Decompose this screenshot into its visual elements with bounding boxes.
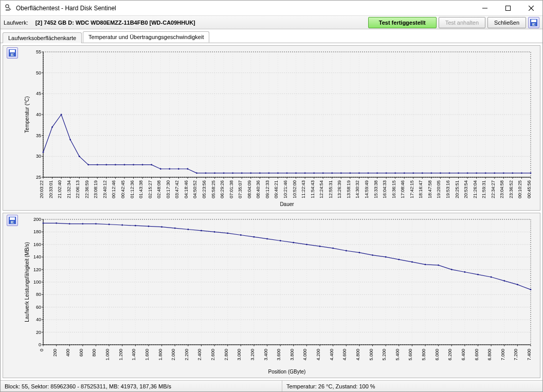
save-speed-chart-button[interactable] <box>7 215 18 226</box>
tab-temp-speed[interactable]: Temperatur und Übertragungsgeschwindigke… <box>83 31 209 43</box>
svg-point-416 <box>56 222 57 224</box>
svg-text:7.200: 7.200 <box>513 349 518 361</box>
svg-point-215 <box>142 164 143 165</box>
svg-text:2.000: 2.000 <box>171 349 176 361</box>
svg-text:5.600: 5.600 <box>408 349 413 361</box>
svg-point-424 <box>161 226 162 228</box>
svg-text:18:16:47: 18:16:47 <box>418 180 423 198</box>
svg-text:09:12:33: 09:12:33 <box>265 180 270 198</box>
svg-point-216 <box>151 164 152 165</box>
svg-point-253 <box>485 172 486 174</box>
svg-text:25: 25 <box>36 175 41 180</box>
svg-text:19:20:05: 19:20:05 <box>436 180 441 198</box>
svg-text:1.800: 1.800 <box>158 349 163 361</box>
svg-text:01:12:36: 01:12:36 <box>130 180 135 198</box>
svg-text:00:12:46: 00:12:46 <box>111 180 116 198</box>
content-area: 2530354045505520:03:2220:33:0121:02:4021… <box>1 43 542 380</box>
svg-text:20:03:22: 20:03:22 <box>39 180 44 198</box>
svg-text:16:04:33: 16:04:33 <box>382 180 387 198</box>
svg-point-446 <box>451 269 452 270</box>
svg-rect-12 <box>10 50 15 52</box>
svg-text:20:33:01: 20:33:01 <box>48 180 53 198</box>
svg-text:30: 30 <box>36 154 41 159</box>
svg-text:09:46:21: 09:46:21 <box>274 180 279 198</box>
svg-point-234 <box>313 172 315 174</box>
svg-text:13:26:39: 13:26:39 <box>337 180 342 198</box>
svg-text:11:22:43: 11:22:43 <box>301 180 306 198</box>
save-temp-chart-button[interactable] <box>7 47 18 59</box>
svg-point-212 <box>115 164 116 165</box>
svg-text:03:47:42: 03:47:42 <box>174 180 179 198</box>
svg-point-434 <box>293 242 294 244</box>
svg-text:21:02:40: 21:02:40 <box>57 180 62 198</box>
svg-text:140: 140 <box>33 254 41 259</box>
statusbar: Block: 55, Sektor: 85962360 - 87525311, … <box>1 380 542 391</box>
svg-text:3.600: 3.600 <box>276 349 281 361</box>
svg-point-425 <box>174 228 176 229</box>
status-block-info: Block: 55, Sektor: 85962360 - 87525311, … <box>5 383 171 389</box>
svg-text:120: 120 <box>33 267 41 272</box>
svg-text:6.400: 6.400 <box>461 349 466 361</box>
svg-text:5.400: 5.400 <box>395 349 400 361</box>
svg-rect-8 <box>531 20 536 22</box>
svg-point-207 <box>69 139 71 140</box>
svg-text:180: 180 <box>33 229 41 234</box>
svg-text:05:58:25: 05:58:25 <box>211 180 216 198</box>
svg-point-441 <box>385 256 387 258</box>
svg-text:50: 50 <box>36 70 41 76</box>
svg-text:35: 35 <box>36 133 41 138</box>
svg-text:01:43:38: 01:43:38 <box>138 180 143 198</box>
svg-text:00:42:45: 00:42:45 <box>120 180 125 198</box>
svg-text:14:30:32: 14:30:32 <box>355 180 360 198</box>
test-complete-button[interactable]: Test fertiggestellt <box>368 17 437 28</box>
svg-point-204 <box>43 152 44 153</box>
svg-text:0: 0 <box>39 342 41 347</box>
close-dialog-button[interactable]: Schließen <box>487 17 526 28</box>
svg-text:21:26:04: 21:26:04 <box>473 180 478 198</box>
tab-surface-map[interactable]: Laufwerksoberflächenkarte <box>3 32 82 43</box>
close-button[interactable] <box>519 1 542 15</box>
svg-text:Dauer: Dauer <box>280 201 294 207</box>
maximize-button[interactable] <box>496 1 519 15</box>
svg-text:1.000: 1.000 <box>105 349 110 361</box>
svg-text:21:59:31: 21:59:31 <box>481 180 486 198</box>
svg-text:05:23:56: 05:23:56 <box>202 180 207 198</box>
svg-text:0: 0 <box>39 349 44 351</box>
svg-point-450 <box>503 280 505 282</box>
svg-point-239 <box>358 172 360 174</box>
app-icon <box>5 4 13 13</box>
svg-point-224 <box>223 172 225 174</box>
svg-rect-14 <box>13 54 14 55</box>
svg-text:6.000: 6.000 <box>435 349 440 361</box>
stop-test-button[interactable]: Test anhalten <box>439 17 485 28</box>
toolbar: Laufwerk: [2] 7452 GB D: WDC WD80EMZZ-11… <box>1 16 542 29</box>
svg-point-426 <box>187 229 189 230</box>
svg-text:07:35:07: 07:35:07 <box>238 180 243 198</box>
drive-label: Laufwerk: <box>4 20 28 26</box>
svg-text:21:32:34: 21:32:34 <box>66 180 71 198</box>
svg-point-419 <box>95 223 97 225</box>
svg-point-208 <box>79 156 80 157</box>
save-toolbar-button[interactable] <box>528 17 539 28</box>
svg-point-243 <box>394 172 396 174</box>
svg-point-252 <box>476 172 477 174</box>
svg-rect-262 <box>10 217 15 220</box>
svg-text:40: 40 <box>36 317 41 322</box>
svg-point-233 <box>304 172 306 174</box>
svg-text:60: 60 <box>36 305 41 310</box>
svg-point-213 <box>124 164 125 165</box>
minimize-button[interactable] <box>473 1 496 15</box>
svg-point-445 <box>438 265 439 266</box>
svg-text:11:54:43: 11:54:43 <box>310 180 315 198</box>
svg-point-431 <box>254 236 255 238</box>
svg-point-242 <box>386 172 387 174</box>
drive-value: [2] 7452 GB D: WDC WD80EMZZ-11B4FB0 [WD-… <box>35 20 195 26</box>
svg-text:04:50:52: 04:50:52 <box>192 180 197 198</box>
svg-point-254 <box>494 172 495 174</box>
svg-text:08:04:09: 08:04:09 <box>247 180 252 198</box>
svg-text:3.200: 3.200 <box>250 349 255 361</box>
svg-point-439 <box>359 252 360 253</box>
svg-text:4.800: 4.800 <box>355 349 360 361</box>
svg-point-240 <box>368 172 369 174</box>
svg-text:Temperatur (°C): Temperatur (°C) <box>24 96 30 133</box>
